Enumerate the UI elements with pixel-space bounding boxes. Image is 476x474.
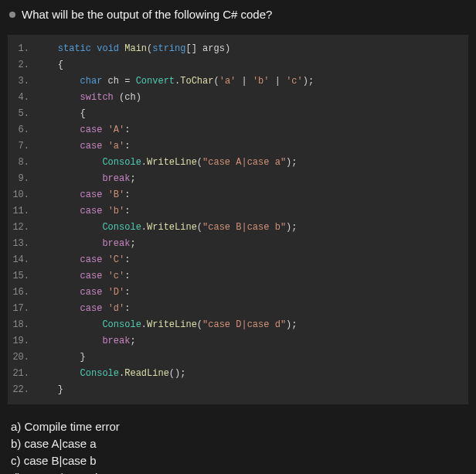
line-content: case 'B': [36,187,130,203]
line-number: 22. [8,382,36,398]
code-line: 3. char ch = Convert.ToChar('a' | 'b' | … [8,73,468,90]
line-content: } [36,382,63,398]
line-content: case 'a': [36,138,130,155]
line-content: Console.WriteLine("case D|case d"); [36,317,298,333]
answer-options: a) Compile time errorb) case A|case ac) … [0,411,476,474]
line-content: Console.WriteLine("case B|case b"); [36,220,298,236]
line-number: 14. [8,252,36,268]
code-line: 16. case 'D': [8,285,468,301]
answer-option[interactable]: c) case B|case b [11,452,465,469]
line-content: Console.WriteLine("case A|case a"); [36,155,298,171]
line-content: case 'C': [36,252,130,268]
line-content: case 'D': [36,285,130,301]
line-content: case 'b': [36,203,130,220]
line-number: 7. [8,138,36,155]
code-line: 22. } [8,382,468,398]
line-number: 20. [8,350,36,366]
line-number: 2. [8,57,36,73]
answer-option[interactable]: a) Compile time error [11,418,465,435]
line-number: 5. [8,106,36,122]
line-content: case 'A': [36,122,130,138]
question-header: What will be the output of the following… [0,0,476,29]
line-number: 10. [8,187,36,203]
code-line: 15. case 'c': [8,268,468,285]
line-content: static void Main(string[] args) [36,41,230,57]
code-line: 5. { [8,106,468,122]
line-number: 16. [8,285,36,301]
line-content: switch (ch) [36,90,141,106]
line-content: break; [36,171,136,187]
code-line: 19. break; [8,333,468,350]
code-line: 2. { [8,57,468,73]
line-content: { [36,57,63,73]
line-number: 21. [8,366,36,382]
line-number: 15. [8,268,36,285]
code-line: 21. Console.ReadLine(); [8,366,468,382]
code-line: 4. switch (ch) [8,90,468,106]
line-content: } [36,350,86,366]
code-line: 11. case 'b': [8,203,468,220]
line-number: 4. [8,90,36,106]
line-number: 19. [8,333,36,350]
code-line: 12. Console.WriteLine("case B|case b"); [8,220,468,236]
line-number: 17. [8,301,36,317]
line-content: break; [36,333,136,350]
code-line: 7. case 'a': [8,138,468,155]
line-number: 3. [8,73,36,90]
line-number: 9. [8,171,36,187]
code-line: 1. static void Main(string[] args) [8,41,468,57]
code-line: 20. } [8,350,468,366]
line-content: break; [36,236,136,252]
code-line: 14. case 'C': [8,252,468,268]
code-block: 1. static void Main(string[] args)2. {3.… [8,35,468,404]
line-content: { [36,106,86,122]
code-line: 8. Console.WriteLine("case A|case a"); [8,155,468,171]
code-line: 18. Console.WriteLine("case D|case d"); [8,317,468,333]
answer-option[interactable]: b) case A|case a [11,435,465,452]
line-content: case 'd': [36,301,130,317]
code-line: 9. break; [8,171,468,187]
code-line: 13. break; [8,236,468,252]
code-line: 6. case 'A': [8,122,468,138]
line-number: 6. [8,122,36,138]
line-number: 18. [8,317,36,333]
code-line: 10. case 'B': [8,187,468,203]
bullet-icon [9,12,15,18]
line-number: 13. [8,236,36,252]
answer-option[interactable]: d) case D|case d [11,469,465,474]
code-line: 17. case 'd': [8,301,468,317]
line-content: case 'c': [36,268,130,285]
line-number: 12. [8,220,36,236]
line-number: 1. [8,41,36,57]
line-content: char ch = Convert.ToChar('a' | 'b' | 'c'… [36,73,314,90]
line-content: Console.ReadLine(); [36,366,185,382]
line-number: 11. [8,203,36,220]
question-text: What will be the output of the following… [22,8,272,21]
line-number: 8. [8,155,36,171]
